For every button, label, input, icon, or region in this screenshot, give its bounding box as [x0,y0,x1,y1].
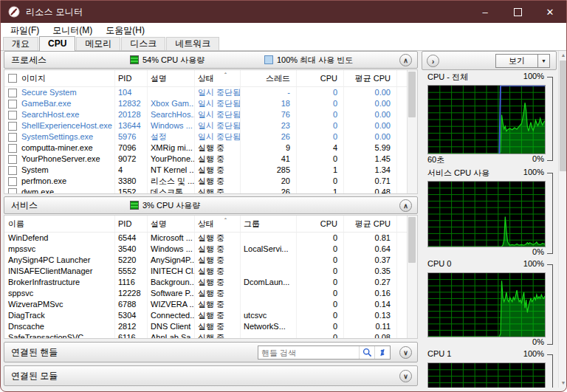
row-checkbox[interactable] [8,100,17,109]
view-dropdown-button[interactable]: 보기 ▼ [495,54,550,68]
table-row[interactable]: WinDefend6544Microsoft ...실행 중00.81 [4,233,417,244]
table-row[interactable]: INISAFEClientManager5552INITECH Cl...실행 … [4,266,417,277]
cell-status: 실행 중 [195,142,241,154]
cell-status: 일시 중단됨 [195,120,241,131]
cpu-usage-label: 54% CPU 사용량 [142,55,205,66]
cell-desc: 설정 [148,131,195,142]
col-avg-cpu[interactable]: 평균 CPU [344,216,397,232]
cell-pid: 13644 [115,120,148,131]
maximize-button[interactable] [501,1,534,23]
handles-section-header[interactable]: 연결된 핸들 ∨ [4,342,418,362]
table-row[interactable]: BrokerInfrastructure1116Backgroun...실행 중… [4,277,417,288]
col-pid[interactable]: PID [115,216,148,232]
modules-section-header[interactable]: 연결된 모듈 ∨ [4,365,418,386]
scroll-down-icon[interactable]: ▼ [559,379,567,388]
chart-cpu1 [427,362,546,388]
tab-network[interactable]: 네트워크 [166,37,219,50]
col-name[interactable]: 이름 [4,216,115,232]
titlebar[interactable]: 리소스 모니터 – ✕ [1,1,566,23]
cell-threads: 76 [241,109,297,120]
services-scrollbar[interactable] [407,216,417,338]
minimize-button[interactable]: – [469,1,501,23]
sort-ascending-icon: ˆ [224,216,227,229]
table-row[interactable]: GameBar.exe12832Xbox Gam...일시 중단됨1800.00 [4,98,417,109]
cell-desc: XMRig mi... [148,142,195,154]
select-all-checkbox[interactable] [8,74,17,83]
col-avg-cpu[interactable]: 평균 CPU [344,70,397,86]
col-threads[interactable]: 스레드 [241,70,297,86]
cell-avg: 0.00 [344,120,397,131]
col-image[interactable]: 이미지 [4,70,115,86]
row-checkbox[interactable] [8,111,17,120]
tab-disk[interactable]: 디스크 [121,37,165,50]
panel-scrollbar[interactable]: ▲ ▼ [558,51,567,388]
col-description[interactable]: 설명 [148,70,195,86]
services-collapse-button[interactable]: ∧ [399,199,412,212]
services-section-header[interactable]: 서비스 3% CPU 사용량 ∧ [4,196,418,214]
handles-expand-button[interactable]: ∨ [399,346,412,359]
table-row[interactable]: DiagTrack5304Connected...실행 중utcsvc00.13 [4,310,417,321]
menu-monitor[interactable]: 모니터(M) [46,23,99,38]
chart-min-label: 0% [532,154,544,165]
panel-collapse-button[interactable]: › [427,55,439,67]
scrollbar-thumb[interactable] [560,61,567,171]
cell-avg: 0.35 [344,266,397,277]
cell-cpu: 0 [297,154,344,165]
col-cpu[interactable]: CPU [297,70,344,86]
row-checkbox[interactable] [8,122,17,131]
col-status[interactable]: 상태ˆ [195,70,241,86]
col-pid[interactable]: PID [115,70,148,86]
table-row[interactable]: AnySign4PC Launcher5220AnySign4P...실행 중0… [4,255,417,266]
cell-status: 실행 중 [195,321,241,332]
scrollbar-thumb[interactable] [408,217,416,263]
table-row[interactable]: YourPhoneServer.exe9072YourPhone...실행 중4… [4,154,417,165]
table-row[interactable]: sppsvc12228Software P...실행 중00.16 [4,288,417,299]
table-row[interactable]: perfmon.exe3380리소스 및 ...실행 중2000.71 [4,176,417,187]
table-row[interactable]: SystemSettings.exe5976설정일시 중단됨2600.00 [4,131,417,142]
cpu-usage-swatch-icon [130,55,139,64]
table-row[interactable]: WizveraPMSvc6788WIZVERA ...실행 중00.14 [4,299,417,310]
col-status[interactable]: 상태ˆ [195,216,241,232]
row-checkbox[interactable] [8,89,17,97]
minimize-icon: – [482,7,487,18]
close-button[interactable]: ✕ [534,1,566,23]
cell-avg: 0.00 [344,87,397,98]
tab-overview[interactable]: 개요 [3,37,38,50]
table-row[interactable]: dwm.exe1552데스크톱...실행 중2610.48 [4,187,417,194]
row-checkbox[interactable] [8,188,17,195]
row-checkbox[interactable] [8,155,17,164]
cell-cpu: 0 [297,244,344,255]
tab-cpu[interactable]: CPU [39,36,75,51]
row-checkbox[interactable] [8,177,17,186]
scrollbar-thumb[interactable] [408,72,416,117]
processes-scrollbar[interactable] [407,70,417,193]
table-row[interactable]: SearchHost.exe20128SearchHos...일시 중단됨760… [4,109,417,120]
row-checkbox[interactable] [8,144,17,153]
cell-status: 실행 중 [195,288,241,299]
processes-collapse-button[interactable]: ∧ [399,54,412,66]
refresh-search-button[interactable] [374,346,390,359]
menu-file[interactable]: 파일(F) [4,23,46,38]
col-cpu[interactable]: CPU [297,216,344,232]
table-row[interactable]: computta-miner.exe7096XMRig mi...실행 중945… [4,142,417,154]
menu-help[interactable]: 도움말(H) [99,23,151,38]
cell-group: utcsvc [241,310,297,321]
table-row[interactable]: ShellExperienceHost.exe13644Windows ...일… [4,120,417,131]
table-row[interactable]: System4NT Kernel ...실행 중28511.34 [4,165,417,176]
tab-memory[interactable]: 메모리 [76,37,120,50]
cell-avg: 0.13 [344,310,397,321]
table-row[interactable]: SafeTransactionSVC6116AhnLab Sa...실행 중00… [4,332,417,339]
scroll-up-icon[interactable]: ▲ [559,51,567,60]
table-row[interactable]: mpssvc3540Windows ...실행 중LocalServi...00… [4,244,417,255]
col-description[interactable]: 설명 [148,216,195,232]
search-handles-button[interactable] [359,346,374,359]
chevron-down-icon: ∨ [403,349,408,357]
modules-expand-button[interactable]: ∨ [399,370,412,382]
col-group[interactable]: 그룹 [241,216,297,232]
table-row[interactable]: Dnscache2812DNS Client실행 중NetworkS...00.… [4,321,417,332]
processes-section-header[interactable]: 프로세스 54% CPU 사용량 100% 최대 사용 빈도 ∧ [4,51,418,69]
handles-search-input[interactable] [258,348,359,357]
table-row[interactable]: Secure System104일시 중단됨-00.00 [4,87,417,98]
row-checkbox[interactable] [8,166,17,175]
row-checkbox[interactable] [8,133,17,142]
